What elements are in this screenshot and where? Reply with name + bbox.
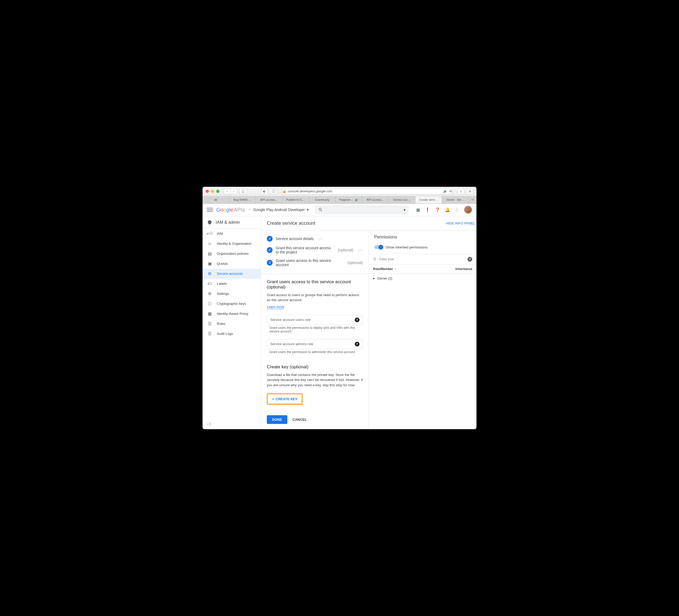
- proxy-icon: ▦: [207, 311, 212, 316]
- sidebar-item-iap[interactable]: ▦Identity-Aware Proxy: [202, 309, 261, 319]
- new-tab-button[interactable]: +: [468, 196, 477, 204]
- browser-tab[interactable]: Service acc…: [389, 196, 415, 204]
- check-icon: [267, 236, 272, 242]
- help-icon[interactable]: ?: [355, 342, 359, 346]
- learn-more-link[interactable]: Learn more: [267, 305, 284, 309]
- page-header: Create service account HIDE INFO PANEL: [261, 216, 477, 230]
- sidebar-item-policies[interactable]: ▤Organisation policies: [202, 249, 261, 259]
- users-role-field: Service account users role ? Grant users…: [267, 315, 363, 333]
- extension-icon[interactable]: ◐: [261, 188, 268, 194]
- section-title: Grant users access to this service accou…: [267, 279, 363, 290]
- toggle-row: Show inherited permissions: [369, 244, 477, 254]
- inheritance-column[interactable]: Inheritance: [455, 267, 472, 271]
- google-apis-logo[interactable]: GoogleAPIs: [216, 207, 245, 213]
- expand-icon[interactable]: ▸: [373, 276, 375, 280]
- plus-icon: +: [272, 397, 274, 401]
- help-icon[interactable]: ?: [467, 257, 472, 261]
- grant-users-section: Grant users access to this service accou…: [261, 274, 369, 359]
- project-selector[interactable]: ⁘ Google Play Android Developer ▾: [248, 208, 309, 212]
- reload-icon[interactable]: ⟳: [449, 189, 452, 193]
- role-member-column[interactable]: Role/Member↑: [373, 267, 455, 271]
- help-icon[interactable]: ?: [355, 317, 359, 322]
- avatar[interactable]: [464, 206, 472, 214]
- sidebar-item-settings[interactable]: ⚙Settings: [202, 289, 261, 299]
- main-content: Create service account HIDE INFO PANEL S…: [261, 216, 477, 429]
- list-icon: ☰: [207, 332, 212, 336]
- roles-icon: ☰: [207, 321, 212, 326]
- step-1[interactable]: Service account details—: [267, 234, 363, 244]
- browser-tab[interactable]: Grammarly: [309, 196, 335, 204]
- filter-icon[interactable]: ☰: [373, 257, 376, 261]
- browser-tab[interactable]: Publish to G…: [282, 196, 309, 204]
- sidebar-item-identity[interactable]: ☺Identity & Organisation: [202, 239, 261, 249]
- inherited-toggle[interactable]: [374, 245, 383, 249]
- users-role-input[interactable]: Service account users role ?: [267, 315, 363, 325]
- back-button[interactable]: ‹: [224, 188, 230, 194]
- close-window-icon[interactable]: [206, 190, 209, 193]
- alert-icon[interactable]: ❗: [425, 207, 430, 212]
- sound-icon: 🔊: [443, 189, 447, 193]
- browser-tab[interactable]: API access…: [256, 196, 282, 204]
- nav-buttons: ‹ ›: [224, 188, 237, 194]
- collapse-sidebar-button[interactable]: ‹❘: [202, 419, 261, 429]
- admins-role-input[interactable]: Service account admins role ?: [267, 339, 363, 349]
- step-3[interactable]: 3Grant users access to this service acco…: [267, 256, 363, 269]
- notifications-icon[interactable]: 🔔: [445, 207, 450, 212]
- share-icon[interactable]: ⇪: [457, 188, 464, 194]
- project-name: Google Play Android Developer: [253, 208, 305, 212]
- cancel-button[interactable]: CANCEL: [293, 418, 307, 422]
- create-key-section: Create key (optional) Download a file th…: [261, 359, 369, 410]
- browser-tab[interactable]: Stores · Sm…: [442, 196, 468, 204]
- project-icon: ⁘: [248, 208, 251, 212]
- browser-tab[interactable]: de: [202, 196, 229, 204]
- permissions-panel: Permissions Show inherited permissions ☰…: [369, 230, 477, 429]
- sidebar-item-audit-logs[interactable]: ☰Audit Logs: [202, 329, 261, 339]
- sidebar-item-quotas[interactable]: ▣Quotas: [202, 259, 261, 269]
- check-icon: [267, 247, 272, 253]
- browser-window: ‹ › ◫ ◐ ⓘ 🔒 console.developers.google.co…: [202, 187, 477, 429]
- info-icon[interactable]: ⓘ: [270, 188, 277, 194]
- hamburger-menu-icon[interactable]: [207, 207, 213, 213]
- sidebar-item-service-accounts[interactable]: ⚙Service accounts: [202, 269, 261, 279]
- sidebar-item-iam[interactable]: +⚇IAM: [202, 229, 261, 239]
- url-bar[interactable]: 🔒 console.developers.google.com 🔊 ⟳: [282, 188, 452, 194]
- create-key-button[interactable]: + CREATE KEY: [268, 395, 301, 403]
- chevron-down-icon: ▾: [403, 207, 406, 212]
- document-icon: ▤: [207, 251, 212, 256]
- gift-icon[interactable]: ▦: [416, 207, 420, 212]
- table-header: Role/Member↑ Inheritance: [369, 265, 477, 274]
- field-hint: Grant users the permissions to deploy jo…: [267, 326, 363, 333]
- maximize-window-icon[interactable]: [216, 190, 219, 193]
- filter-input[interactable]: Filter tree: [380, 257, 464, 261]
- row-label: Owner (3): [377, 276, 392, 280]
- sidebar-toggle-icon[interactable]: ◫: [239, 188, 246, 194]
- help-icon[interactable]: ❓: [435, 207, 440, 212]
- browser-tabs: de Bug 59400:… API access… Publish to G……: [202, 196, 477, 204]
- more-vert-icon[interactable]: ⋮: [455, 207, 459, 212]
- url-text: console.developers.google.com: [288, 189, 332, 193]
- panel-title: Permissions: [369, 230, 477, 244]
- tabs-icon[interactable]: ⧉: [466, 188, 473, 194]
- browser-tab[interactable]: Bug 59400:…: [229, 196, 256, 204]
- browser-tab[interactable]: Fragmen…🔊: [335, 196, 362, 204]
- browser-tab-active[interactable]: Create servi…: [415, 196, 442, 204]
- done-button[interactable]: DONE: [267, 415, 287, 424]
- section-desc: Download a file that contains the privat…: [267, 372, 363, 388]
- quota-icon: ▣: [207, 261, 212, 266]
- table-row[interactable]: ▸ Owner (3): [369, 274, 477, 283]
- sidebar-item-roles[interactable]: ☰Roles: [202, 319, 261, 329]
- forward-button[interactable]: ›: [230, 188, 237, 194]
- section-title: Create key (optional): [267, 364, 363, 370]
- search-input[interactable]: ▾: [315, 205, 409, 214]
- input-label: Service account users role: [270, 318, 311, 322]
- minimize-window-icon[interactable]: [211, 190, 214, 193]
- sidebar-item-labels[interactable]: 🏷Labels: [202, 279, 261, 289]
- step-2[interactable]: Grant this service account access to the…: [267, 244, 363, 256]
- browser-tab[interactable]: API access…: [362, 196, 389, 204]
- titlebar: ‹ › ◫ ◐ ⓘ 🔒 console.developers.google.co…: [202, 187, 477, 196]
- sidebar-item-crypto-keys[interactable]: ⬡Cryptographic keys: [202, 299, 261, 309]
- window-controls: [206, 190, 219, 193]
- hide-info-panel-link[interactable]: HIDE INFO PANEL: [446, 221, 475, 225]
- create-key-highlight: + CREATE KEY: [267, 393, 303, 405]
- input-label: Service account admins role: [270, 342, 313, 346]
